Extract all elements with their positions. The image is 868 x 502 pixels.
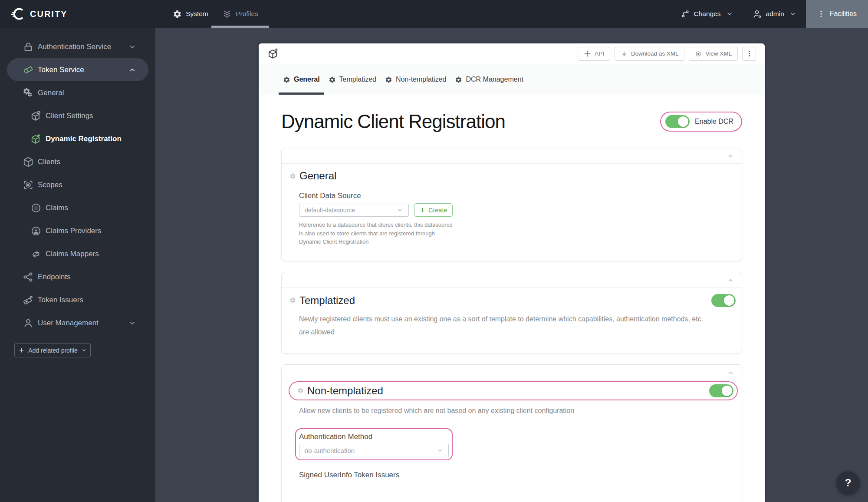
client-data-source-value: default-datasource: [305, 207, 355, 214]
sidebar-item-token-issuers[interactable]: Token Issuers: [0, 288, 155, 311]
non-templatized-description: Allow new clients to be registered which…: [299, 407, 736, 415]
section-title: Non-templatized: [307, 385, 383, 397]
chevron-down-icon: [128, 43, 136, 51]
create-button-label: Create: [428, 207, 447, 214]
curity-logo[interactable]: CURITY: [11, 0, 67, 28]
user-label: admin: [766, 10, 784, 18]
sidebar-item-endpoints[interactable]: Endpoints: [0, 265, 155, 288]
download-icon: [621, 50, 628, 57]
eye-icon: [695, 50, 702, 57]
user-gear-icon: [752, 9, 762, 19]
nav-tab-profiles-label: Profiles: [236, 10, 258, 18]
signed-userinfo-label: Signed UserInfo Token Issuers: [299, 471, 736, 479]
top-navigation: CURITY System Profiles Changes admin Fac…: [0, 0, 868, 28]
changes-menu[interactable]: Changes: [671, 0, 743, 28]
user-menu[interactable]: admin: [743, 0, 806, 28]
download-as-xml-button[interactable]: Download as XML: [615, 47, 685, 61]
tab-non-templatized[interactable]: Non-templatized: [381, 64, 451, 95]
scan-list-icon: [23, 179, 34, 191]
templatized-toggle[interactable]: [711, 294, 736, 307]
person-icon: [23, 317, 34, 329]
nav-right-group: Changes admin Facilities: [671, 0, 868, 28]
view-button-label: View XML: [705, 50, 732, 57]
sidebar-item-scopes[interactable]: Scopes: [0, 173, 155, 196]
enable-dcr-toggle[interactable]: [665, 115, 690, 128]
gear-icon: [289, 173, 296, 179]
section-title: Templatized: [299, 294, 355, 307]
non-templatized-highlight: Non-templatized: [289, 381, 738, 400]
sidebar-item-claims-mappers[interactable]: Claims Mappers: [0, 242, 155, 265]
chevron-down-icon: [81, 347, 87, 353]
sidebar-item-client-settings[interactable]: Client Settings: [0, 104, 155, 127]
help-label: ?: [845, 477, 852, 489]
swap-arrows-icon: [30, 248, 42, 260]
authentication-method-select[interactable]: no-authentication: [299, 444, 449, 457]
non-templatized-toggle[interactable]: [709, 384, 733, 397]
branch-icon: [681, 9, 690, 19]
description-line: is also used to store clients that are r…: [299, 229, 736, 238]
templatized-description: Newly registered clients must use an exi…: [299, 313, 736, 339]
client-data-source-select[interactable]: default-datasource: [299, 204, 409, 217]
chevron-up-icon: [727, 277, 734, 284]
tab-label: Templatized: [339, 76, 376, 83]
enable-dcr-control: Enable DCR: [660, 112, 742, 132]
sidebar-item-label: Claims Providers: [46, 227, 101, 235]
sidebar-item-general[interactable]: General: [0, 81, 155, 104]
section-general: General Client Data Source default-datas…: [281, 148, 742, 261]
gear-icon: [455, 76, 462, 83]
gear-icon: [385, 76, 392, 83]
lock-icon: [23, 41, 34, 53]
sidebar-item-claims-providers[interactable]: Claims Providers: [0, 219, 155, 242]
section-collapse-strip[interactable]: [282, 148, 742, 164]
view-xml-button[interactable]: View XML: [689, 47, 738, 61]
sidebar-item-label: Token Issuers: [38, 296, 83, 304]
sidebar-item-token-service[interactable]: Token Service: [7, 58, 148, 81]
profile-tabs: General Templatized Non-templatized DCR …: [259, 64, 765, 95]
chevron-up-icon: [727, 370, 734, 376]
more-options-button[interactable]: [742, 47, 756, 61]
gears-icon: [23, 87, 34, 99]
tab-dcr-management[interactable]: DCR Management: [450, 64, 528, 95]
authentication-method-value: no-authentication: [305, 447, 355, 454]
sidebar-item-authentication-service[interactable]: Authentication Service: [0, 35, 155, 58]
download-button-label: Download as XML: [631, 50, 679, 57]
curity-logo-icon: [11, 7, 26, 21]
section-collapse-strip[interactable]: [282, 272, 742, 288]
sidebar-item-claims[interactable]: Claims: [0, 196, 155, 219]
plus-icon: [18, 347, 25, 353]
add-related-profile-button[interactable]: Add related profile: [14, 343, 91, 357]
changes-label: Changes: [694, 10, 721, 18]
help-button[interactable]: ?: [836, 471, 860, 495]
description-line: are allowed: [299, 326, 736, 339]
api-button[interactable]: API: [578, 47, 610, 61]
main-nav-tabs: System Profiles: [170, 0, 269, 28]
chevron-up-icon: [727, 153, 734, 159]
tab-label: General: [294, 76, 320, 83]
tab-general[interactable]: General: [279, 64, 324, 95]
section-collapse-strip[interactable]: [282, 365, 742, 380]
chevron-down-icon: [789, 10, 796, 17]
tab-templatized[interactable]: Templatized: [324, 64, 381, 95]
sidebar-item-user-management[interactable]: User Management: [0, 311, 155, 334]
nav-tab-system[interactable]: System: [170, 0, 211, 28]
nav-tab-profiles[interactable]: Profiles: [211, 0, 269, 28]
sidebar-item-dynamic-registration[interactable]: Dynamic Registration: [0, 127, 155, 150]
signed-userinfo-input[interactable]: [299, 490, 726, 490]
sidebar-item-label: Clients: [38, 158, 60, 166]
cube-icon: [23, 156, 34, 168]
brand-name: CURITY: [30, 9, 67, 19]
chevron-down-icon: [397, 207, 403, 213]
create-datasource-button[interactable]: Create: [414, 203, 453, 217]
kebab-menu-icon: [746, 50, 753, 57]
layers-icon: [222, 9, 232, 19]
content-card: API Download as XML View XML General Tem…: [259, 43, 765, 502]
ticket-plus-icon: [23, 294, 34, 306]
sidebar-item-clients[interactable]: Clients: [0, 150, 155, 173]
ticket-icon: [23, 64, 34, 76]
sidebar-item-label: General: [38, 89, 64, 97]
client-data-source-description: Reference to a datasource that stores cl…: [299, 221, 736, 246]
facilities-button[interactable]: Facilities: [806, 0, 868, 28]
authentication-method-highlight: Authentication Method no-authentication: [295, 428, 453, 460]
chevron-down-icon: [437, 447, 443, 454]
description-line: Reference to a datasource that stores cl…: [299, 221, 736, 229]
